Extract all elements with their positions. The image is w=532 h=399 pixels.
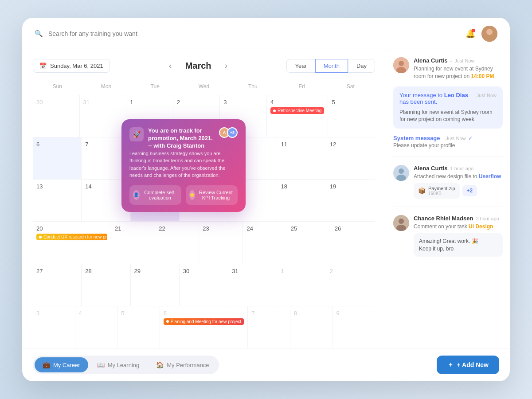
- add-new-button[interactable]: ＋ + Add New: [437, 356, 499, 374]
- message-chance: Chance Rhiel Madsen 2 hour ago Comment o…: [393, 215, 503, 257]
- kpi-label: Review Current KPI Tracking: [198, 190, 234, 200]
- avatar-chance: [393, 215, 409, 231]
- day-view-button[interactable]: Day: [348, 59, 375, 73]
- sender-name-1: Alena Curtis: [414, 57, 448, 64]
- popup-actions: 👤 Complete self-evaluation ⭐ Review Curr…: [129, 185, 238, 205]
- next-month-button[interactable]: ›: [222, 60, 230, 71]
- message-alena-1: Alena Curtis - Just Now Planning for new…: [393, 57, 503, 80]
- event-planing-meeting[interactable]: Planing and Meeting for new project: [164, 318, 244, 325]
- calendar-week-6: 3 4 5 6 Planing and Meeting for new proj…: [33, 306, 375, 348]
- day-header-fri: Fri: [277, 82, 326, 91]
- cal-cell-8-next[interactable]: 8: [290, 306, 333, 348]
- cal-cell-29[interactable]: 29: [131, 264, 180, 306]
- attachment-row: 📦 Payment.zip 160KB +2: [414, 183, 503, 199]
- attachment-payment-zip[interactable]: 📦 Payment.zip 160KB: [414, 183, 460, 199]
- tab-my-learning[interactable]: 📖 My Learning: [89, 357, 148, 372]
- event-ux-research[interactable]: Conduct UX research for new project: [36, 234, 107, 240]
- cal-cell-22[interactable]: 22: [155, 222, 199, 263]
- cal-cell-18[interactable]: 18: [277, 180, 326, 221]
- day-header-sat: Sat: [326, 82, 375, 91]
- system-label: System message: [393, 135, 440, 141]
- complete-evaluation-button[interactable]: 👤 Complete self-evaluation: [129, 185, 181, 205]
- system-message: System message - Just Now ✓ Please updat…: [393, 135, 503, 149]
- calendar-section: 📅 Sunday, Mar 6, 2021 ‹ March › Year Mon…: [22, 50, 386, 348]
- year-view-button[interactable]: Year: [286, 59, 315, 73]
- msg-header-2: Alena Curtis 1 hour ago: [414, 165, 503, 172]
- user-avatar[interactable]: [481, 26, 497, 42]
- cal-cell-6-next[interactable]: 6 Planing and Meeting for new project: [160, 306, 248, 348]
- date-picker-button[interactable]: 📅 Sunday, Mar 6, 2021: [33, 59, 110, 73]
- cal-cell-21[interactable]: 21: [111, 222, 155, 263]
- cal-cell-2-next[interactable]: 2: [326, 264, 375, 306]
- svg-point-1: [486, 29, 493, 35]
- svg-point-10: [399, 219, 404, 224]
- msg-text-2: Attached new design file to Userflow: [414, 173, 503, 180]
- sender-name-3: Chance Rhiel Madsen: [414, 215, 473, 222]
- right-panel: Alena Curtis - Just Now Planning for new…: [386, 50, 510, 348]
- cal-cell-7-next[interactable]: 7: [248, 306, 290, 348]
- current-date-label: Sunday, Mar 6, 2021: [50, 63, 103, 69]
- cal-cell-4[interactable]: 4 Retrospective Meeting: [267, 95, 329, 137]
- main-body: 📅 Sunday, Mar 6, 2021 ‹ March › Year Mon…: [22, 50, 510, 348]
- evaluation-icon: 👤: [133, 190, 140, 200]
- kpi-icon: ⭐: [189, 190, 195, 200]
- cal-cell-3-next[interactable]: 3: [33, 306, 75, 348]
- cal-cell-27[interactable]: 27: [33, 264, 82, 306]
- month-view-button[interactable]: Month: [315, 59, 348, 73]
- cal-cell-11[interactable]: 11: [277, 137, 326, 179]
- cal-cell-5-next[interactable]: 5: [117, 306, 160, 348]
- cal-cell-6-today[interactable]: 6: [33, 137, 82, 179]
- tab-group: 💼 My Career 📖 My Learning 🏠 My Performan…: [33, 356, 219, 374]
- search-input[interactable]: [48, 30, 460, 37]
- system-check-icon: ✓: [468, 135, 473, 141]
- system-time: - Just Now: [443, 136, 466, 141]
- day-header-tue: Tue: [131, 82, 180, 91]
- review-kpi-button[interactable]: ⭐ Review Current KPI Tracking: [186, 185, 238, 205]
- popup-icon: 🚀: [129, 127, 144, 141]
- cal-cell-20[interactable]: 20 Conduct UX research for new project: [33, 222, 111, 263]
- career-icon: 💼: [43, 361, 50, 368]
- popup-body-text: Learning business strategy shows you are…: [129, 150, 238, 179]
- popup-header-row: 🚀 You are on track for promotion, March …: [129, 127, 238, 150]
- tab-my-performance[interactable]: 🏠 My Performance: [148, 357, 217, 372]
- cal-cell-5[interactable]: 5: [328, 95, 375, 137]
- popup-avatar-2: +8: [227, 127, 238, 138]
- notification-bell[interactable]: 🔔: [466, 29, 475, 39]
- cal-cell-4-next[interactable]: 4: [75, 306, 118, 348]
- tab-my-career[interactable]: 💼 My Career: [35, 357, 88, 372]
- comment-bubble: Amazing! Great work. 🎉Keep it up, bro: [414, 233, 503, 257]
- attachment-more[interactable]: +2: [462, 185, 477, 196]
- cal-cell-12[interactable]: 12: [326, 137, 375, 179]
- add-label: + Add New: [457, 361, 489, 368]
- cal-cell-28[interactable]: 28: [82, 264, 130, 306]
- highlight-card: Your message to Leo Dias has been sent. …: [393, 86, 503, 129]
- cal-cell-30-prev[interactable]: 30: [33, 95, 80, 137]
- zip-icon: 📦: [418, 187, 426, 194]
- attachment-size: 160KB: [428, 191, 455, 196]
- cal-cell-1-next[interactable]: 1: [277, 264, 326, 306]
- cal-cell-13[interactable]: 13: [33, 180, 82, 221]
- add-icon: ＋: [447, 361, 454, 369]
- search-icon: 🔍: [35, 30, 43, 38]
- cal-cell-25[interactable]: 25: [287, 222, 331, 263]
- svg-point-4: [399, 61, 404, 66]
- cal-cell-9-next[interactable]: 9: [332, 306, 375, 348]
- event-retrospective[interactable]: Retrospective Meeting: [270, 107, 325, 114]
- divider-2: [393, 207, 503, 207]
- cal-cell-31[interactable]: 31: [228, 264, 277, 306]
- attachment-name: Payment.zip: [428, 186, 455, 191]
- highlight-time: - Just Now: [473, 93, 497, 98]
- msg-time-2: 1 hour ago: [450, 166, 474, 171]
- divider-1: [393, 156, 503, 157]
- cal-cell-26[interactable]: 26: [331, 222, 375, 263]
- cal-cell-24[interactable]: 24: [243, 222, 287, 263]
- cal-cell-19[interactable]: 19: [326, 180, 375, 221]
- prev-month-button[interactable]: ‹: [166, 60, 174, 71]
- cal-cell-31-prev[interactable]: 31: [80, 95, 127, 137]
- message-content-1: Alena Curtis - Just Now Planning for new…: [414, 57, 503, 80]
- calendar-day-headers: Sun Mon Tue Wed Thu Fri Sat: [33, 82, 375, 91]
- message-content-3: Chance Rhiel Madsen 2 hour ago Comment o…: [414, 215, 503, 257]
- bottom-bar: 💼 My Career 📖 My Learning 🏠 My Performan…: [22, 348, 510, 381]
- cal-cell-23[interactable]: 23: [199, 222, 243, 263]
- cal-cell-30[interactable]: 30: [180, 264, 228, 306]
